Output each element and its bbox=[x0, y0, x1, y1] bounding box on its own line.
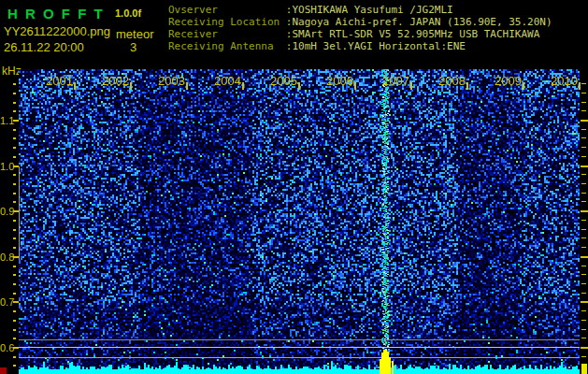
station-info-row: Receiving Location:Nagoya Aichi-pref. JA… bbox=[168, 16, 552, 28]
freq-major-tick-right bbox=[581, 301, 588, 303]
info-label: Receiving Location bbox=[168, 16, 286, 28]
freq-minor-tick bbox=[13, 266, 16, 267]
time-tick bbox=[523, 82, 524, 90]
freq-major-tick-right bbox=[581, 347, 588, 349]
freq-major-tick-right bbox=[581, 120, 588, 122]
freq-minor-tick-right bbox=[581, 356, 586, 357]
freq-tick-label: 0.6 bbox=[0, 342, 13, 353]
freq-minor-tick bbox=[13, 110, 16, 112]
freq-minor-tick bbox=[13, 147, 16, 149]
freq-minor-tick-right bbox=[581, 93, 586, 94]
freq-minor-tick-right bbox=[581, 156, 586, 157]
info-label: Receiving Antenna bbox=[168, 40, 286, 52]
output-filename: YY2611222000.png bbox=[4, 24, 110, 38]
time-tick-label: 2009 bbox=[484, 74, 522, 88]
freq-major-tick bbox=[13, 256, 19, 258]
station-info-row: Receiver:SMArt RTL-SDR V5 52.905MHz USB … bbox=[168, 28, 552, 40]
time-tick-label: 2002 bbox=[92, 74, 129, 88]
station-info-row: Receiving Antenna:10mH 3el.YAGI Horizont… bbox=[168, 40, 552, 52]
freq-tick-label: 1.1 bbox=[0, 115, 13, 126]
freq-tick-label: 1.0 bbox=[0, 161, 13, 172]
freq-minor-tick bbox=[13, 93, 16, 94]
freq-minor-tick bbox=[13, 220, 16, 222]
freq-minor-tick bbox=[13, 129, 16, 131]
time-tick bbox=[186, 82, 188, 90]
freq-minor-tick bbox=[13, 274, 16, 276]
freq-major-tick-right bbox=[581, 210, 588, 212]
freq-minor-tick-right bbox=[581, 183, 586, 184]
freq-minor-tick-right bbox=[581, 174, 586, 175]
time-tick-label: 2005 bbox=[260, 74, 297, 88]
freq-minor-tick bbox=[13, 247, 16, 249]
freq-minor-tick-right bbox=[581, 83, 586, 84]
info-value: :YOSHIKAWA Yasufumi /JG2MLI bbox=[286, 4, 453, 16]
freq-minor-tick bbox=[13, 293, 16, 295]
freq-minor-tick bbox=[13, 283, 16, 285]
freq-minor-tick bbox=[13, 201, 16, 203]
freq-minor-tick-right bbox=[581, 283, 586, 284]
spectrogram-canvas bbox=[19, 69, 580, 374]
observation-datetime: 26.11.22 20:00 bbox=[4, 40, 84, 54]
time-tick bbox=[242, 82, 244, 90]
freq-minor-tick-right bbox=[581, 102, 586, 103]
freq-minor-tick bbox=[13, 310, 16, 312]
freq-minor-tick bbox=[13, 229, 16, 231]
freq-minor-tick-right bbox=[581, 110, 586, 111]
time-tick bbox=[74, 82, 76, 90]
mode-label: meteor bbox=[116, 27, 153, 41]
freq-minor-tick bbox=[13, 183, 16, 185]
time-tick bbox=[130, 82, 132, 90]
app-version: 1.0.0f bbox=[115, 7, 141, 19]
freq-minor-tick bbox=[13, 237, 16, 239]
freq-minor-tick-right bbox=[581, 229, 586, 230]
freq-major-tick-right bbox=[581, 256, 588, 258]
time-tick bbox=[466, 82, 468, 90]
freq-minor-tick-right bbox=[581, 147, 586, 148]
station-info-row: Ovserver:YOSHIKAWA Yasufumi /JG2MLI bbox=[168, 4, 552, 16]
freq-minor-tick-right bbox=[581, 320, 586, 321]
app-title: H R O F F T bbox=[7, 6, 105, 22]
time-tick-label: 2004 bbox=[204, 74, 241, 88]
freq-minor-tick bbox=[13, 329, 16, 331]
freq-minor-tick-right bbox=[581, 247, 586, 248]
freq-minor-tick bbox=[13, 102, 16, 104]
freq-minor-tick bbox=[13, 174, 16, 176]
freq-minor-tick-right bbox=[581, 129, 586, 130]
time-tick-label: 2007 bbox=[372, 74, 409, 88]
freq-minor-tick-right bbox=[581, 193, 586, 194]
info-label: Ovserver bbox=[168, 4, 286, 16]
freq-tick-label: 0.9 bbox=[0, 206, 13, 217]
time-tick-label: 2001 bbox=[36, 74, 73, 88]
freq-minor-tick bbox=[13, 83, 16, 85]
freq-major-tick bbox=[13, 210, 19, 212]
freq-minor-tick-right bbox=[581, 310, 586, 311]
freq-major-tick bbox=[13, 165, 19, 167]
freq-minor-tick-right bbox=[581, 329, 586, 330]
freq-minor-tick-right bbox=[581, 220, 586, 221]
freq-major-tick bbox=[13, 347, 19, 349]
time-tick bbox=[298, 82, 300, 90]
freq-minor-tick bbox=[13, 156, 16, 158]
time-tick bbox=[354, 82, 356, 90]
info-value: :SMArt RTL-SDR V5 52.905MHz USB TACHIKAW… bbox=[286, 28, 540, 40]
freq-minor-tick bbox=[13, 193, 16, 194]
info-value: :Nagoya Aichi-pref. JAPAN (136.90E, 35.2… bbox=[286, 16, 552, 28]
freq-minor-tick-right bbox=[581, 201, 586, 202]
freq-major-tick bbox=[13, 301, 19, 303]
freq-tick-label: 0.7 bbox=[0, 296, 13, 308]
time-tick-label: 2008 bbox=[428, 74, 466, 88]
freq-minor-tick-right bbox=[581, 338, 586, 338]
freq-minor-tick-right bbox=[581, 293, 586, 294]
info-value: :10mH 3el.YAGI Horizontal:ENE bbox=[286, 40, 466, 52]
freq-tick-label: 0.8 bbox=[0, 252, 13, 263]
station-info-block: Ovserver:YOSHIKAWA Yasufumi /JG2MLIRecei… bbox=[168, 4, 552, 52]
time-tick-label: 2010 bbox=[540, 74, 578, 88]
freq-minor-tick-right bbox=[581, 274, 586, 275]
time-tick-label: 2003 bbox=[148, 74, 185, 88]
info-label: Receiver bbox=[168, 28, 286, 40]
freq-major-tick bbox=[13, 120, 19, 122]
freq-minor-tick bbox=[13, 356, 16, 358]
freq-major-tick-right bbox=[581, 165, 588, 167]
time-tick bbox=[410, 82, 412, 90]
time-tick bbox=[579, 82, 581, 90]
